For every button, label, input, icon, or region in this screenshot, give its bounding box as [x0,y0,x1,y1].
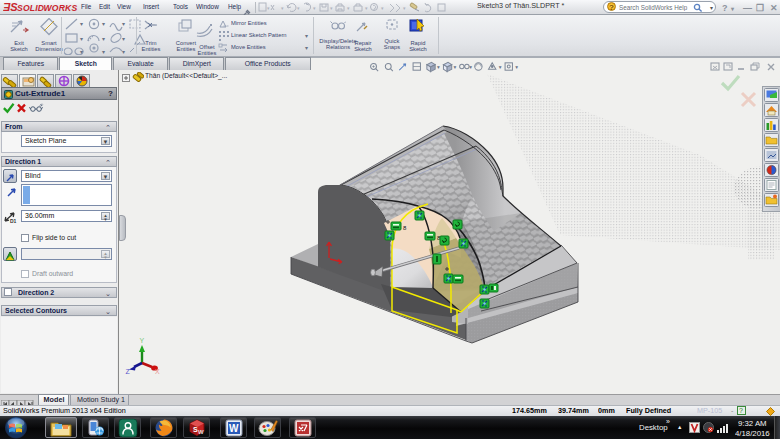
svg-text:▾: ▾ [469,64,472,70]
svg-text:W: W [198,429,204,435]
svg-text:X: X [155,368,160,375]
svg-text:Y: Y [139,337,144,344]
svg-text:▾: ▾ [454,64,457,70]
svg-text:W: W [229,423,239,434]
svg-text:▾: ▾ [515,64,518,70]
svg-text:▾: ▾ [499,64,502,70]
svg-text:▾: ▾ [437,64,440,70]
svg-text:D1: D1 [10,218,17,224]
svg-text:?: ? [739,407,743,414]
svg-text:Z: Z [126,368,131,375]
